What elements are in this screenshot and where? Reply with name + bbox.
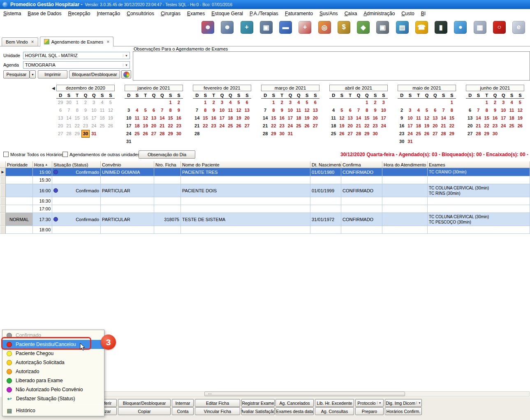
calendar-day[interactable]: 15 bbox=[201, 114, 209, 122]
treasure-icon[interactable]: $ bbox=[338, 21, 350, 34]
calendar-day[interactable]: 1 bbox=[448, 99, 456, 106]
column-header-exames[interactable]: Exames bbox=[428, 161, 530, 168]
row-selector-cell[interactable] bbox=[0, 176, 6, 184]
calendar-day[interactable]: 7 bbox=[261, 106, 269, 114]
calendar-day[interactable]: 30 bbox=[371, 130, 379, 138]
calendar-day[interactable]: 8 bbox=[363, 106, 371, 114]
calendar-day[interactable]: 22 bbox=[201, 122, 209, 130]
pesquisar-button[interactable]: Pesquisar bbox=[3, 70, 30, 78]
grid-row[interactable]: 18:00 bbox=[0, 226, 530, 234]
calendar-day[interactable]: 17 bbox=[406, 122, 414, 130]
calendar-day[interactable]: 3 bbox=[90, 99, 98, 106]
calendar-day[interactable]: 7 bbox=[65, 106, 73, 114]
calendar-day[interactable]: 17 bbox=[286, 114, 294, 122]
calendar-day[interactable]: 13 bbox=[56, 114, 65, 122]
calendar-day[interactable]: 27 bbox=[243, 122, 251, 130]
calendar-day[interactable]: 23 bbox=[491, 122, 499, 130]
menu-item-n-o-autorizado-pelo-conv-nio[interactable]: Não Autorizado Pelo Convênio bbox=[2, 385, 104, 394]
calendar-day[interactable]: 9 bbox=[491, 106, 499, 114]
protocolo-button[interactable]: Protocolo▼ bbox=[355, 399, 384, 407]
calendar-day[interactable]: 17 bbox=[218, 114, 226, 122]
calendar-day[interactable]: 21 bbox=[261, 122, 269, 130]
calendar-day[interactable]: 23 bbox=[81, 122, 90, 130]
calendar-day[interactable]: 2 bbox=[371, 99, 379, 106]
menu-base-de-dados[interactable]: Base de Dados bbox=[24, 9, 65, 18]
grid-row[interactable]: 17:00 bbox=[0, 205, 530, 213]
calendar-day[interactable]: 17 bbox=[380, 114, 388, 122]
calendar-day[interactable]: 11 bbox=[294, 106, 303, 114]
calendar-day[interactable]: 26 bbox=[338, 130, 346, 138]
calendar-day[interactable]: 23 bbox=[210, 122, 218, 130]
pesquisar-dropdown-button[interactable]: ▼ bbox=[30, 70, 36, 78]
calendar-day[interactable]: 3 bbox=[499, 99, 507, 106]
calendar-day[interactable]: 16 bbox=[210, 114, 218, 122]
calendar-day[interactable]: 10 bbox=[286, 106, 294, 114]
grid-row[interactable]: NORMAL17:30ConfirmadoPARTICULAR318075TES… bbox=[0, 213, 530, 226]
calendar-day[interactable]: 5 bbox=[234, 99, 243, 106]
calendar-day[interactable]: 25 bbox=[507, 122, 516, 130]
lib-hr-excedente-button[interactable]: Lib. Hr. Excedente bbox=[315, 399, 354, 407]
calendar-day[interactable]: 21 bbox=[158, 122, 166, 130]
row-selector-cell[interactable] bbox=[0, 197, 6, 205]
menu-cirurgias[interactable]: Cirurgias bbox=[157, 9, 184, 18]
calendar-day[interactable]: 23 bbox=[175, 122, 183, 130]
calculator-icon[interactable]: ▤ bbox=[396, 21, 409, 34]
calendar-day[interactable]: 15 bbox=[269, 114, 278, 122]
calendar-day[interactable]: 18 bbox=[414, 122, 423, 130]
close-icon[interactable]: × bbox=[31, 39, 34, 45]
row-selector-cell[interactable] bbox=[0, 213, 6, 226]
calendar-day[interactable]: 27 bbox=[311, 122, 319, 130]
calendar-day[interactable]: 26 bbox=[106, 122, 115, 130]
calendar-day[interactable]: 21 bbox=[65, 122, 73, 130]
calendar-day[interactable]: 27 bbox=[56, 130, 65, 138]
calendar-day[interactable]: 29 bbox=[56, 99, 65, 106]
calendar-day[interactable]: 13 bbox=[431, 114, 439, 122]
hospital-bed-icon[interactable]: ▬ bbox=[279, 21, 292, 34]
calendar-day[interactable]: 28 bbox=[261, 130, 269, 138]
calendar-day[interactable]: 30 bbox=[65, 99, 73, 106]
grid-row[interactable]: ▶15:00ConfirmadoUNIMED GOIANIAPACIENTE T… bbox=[0, 168, 530, 176]
calendar-day[interactable]: 25 bbox=[226, 122, 234, 130]
copiar-button[interactable]: Copiar bbox=[118, 407, 171, 415]
calendar-day[interactable]: 16 bbox=[491, 114, 499, 122]
close-icon[interactable]: × bbox=[106, 39, 109, 45]
calendar-day[interactable]: 20 bbox=[431, 122, 439, 130]
calendar-day[interactable]: 12 bbox=[303, 106, 311, 114]
chevron-down-icon[interactable]: ▼ bbox=[417, 402, 421, 404]
menu-interna-o[interactable]: Internação bbox=[93, 9, 123, 18]
calendar-day[interactable]: 5 bbox=[106, 99, 115, 106]
internar-button[interactable]: Internar bbox=[172, 399, 194, 407]
calendar-day[interactable]: 24 bbox=[218, 122, 226, 130]
exames-desta-data-button[interactable]: Exames desta data bbox=[275, 407, 314, 415]
calendar-day[interactable]: 31 bbox=[125, 138, 133, 145]
calendar-day[interactable]: 19 bbox=[423, 122, 431, 130]
outras-unidades-checkbox[interactable] bbox=[62, 152, 68, 157]
calendar-day[interactable]: 10 bbox=[125, 114, 133, 122]
calendar-day[interactable]: 12 bbox=[423, 114, 431, 122]
calendar-day[interactable]: 14 bbox=[65, 114, 73, 122]
calendar-day[interactable]: 14 bbox=[193, 114, 201, 122]
calendar-day[interactable]: 20 bbox=[56, 122, 65, 130]
calendar-day[interactable]: 3 bbox=[286, 99, 294, 106]
calendar-day[interactable]: 22 bbox=[269, 122, 278, 130]
calendar-day[interactable]: 29 bbox=[166, 130, 174, 138]
calendar-day[interactable]: 6 bbox=[56, 106, 65, 114]
calendar-day[interactable]: 24 bbox=[90, 122, 98, 130]
spreadsheet-icon[interactable]: ▦ bbox=[474, 21, 486, 34]
calendar-day[interactable]: 26 bbox=[516, 122, 524, 130]
calendar-day[interactable]: 1 bbox=[166, 99, 174, 106]
calendar-day[interactable]: 30 bbox=[491, 130, 499, 138]
calendar-day[interactable]: 21 bbox=[474, 122, 482, 130]
row-selector-cell[interactable]: ▶ bbox=[0, 168, 6, 176]
tab-bem-vindo[interactable]: Bem Vindo× bbox=[2, 37, 38, 46]
calendar-day[interactable]: 24 bbox=[125, 130, 133, 138]
imprimir-button[interactable]: Imprimir bbox=[38, 70, 67, 78]
column-header-hora-do-atendimento[interactable]: Hora do Atendimento bbox=[382, 161, 428, 168]
power-icon[interactable]: ○ bbox=[493, 21, 506, 34]
calendar-day[interactable]: 4 bbox=[98, 99, 106, 106]
calendar-day[interactable]: 1 bbox=[269, 99, 278, 106]
phone-icon[interactable]: ☎ bbox=[415, 21, 428, 34]
target-icon[interactable]: ◎ bbox=[318, 21, 331, 34]
calendar-day[interactable]: 15 bbox=[448, 114, 456, 122]
tab-agendamento-de-exames[interactable]: Agendamento de Exames× bbox=[40, 37, 114, 46]
